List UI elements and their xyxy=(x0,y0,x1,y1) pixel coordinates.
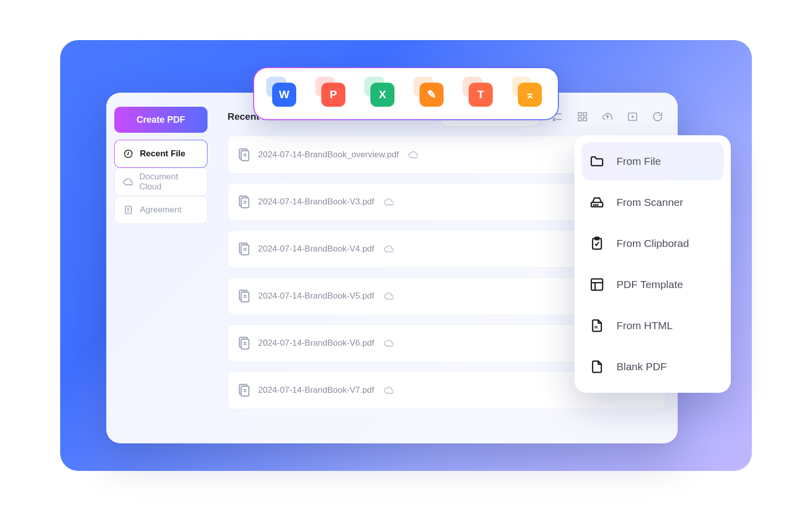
file-name: 2024-07-14-BrandBook-V3.pdf xyxy=(258,197,374,207)
menu-item-label: From File xyxy=(617,155,661,167)
menu-item-label: From Clipborad xyxy=(617,237,689,249)
svg-point-43 xyxy=(593,204,594,205)
create-pdf-menu: From FileFrom ScannerFrom ClipboradPDF T… xyxy=(574,135,731,393)
menu-item-from-file[interactable]: From File xyxy=(581,142,724,180)
sidebar: Create PDF Recent FileDocument CloudAgre… xyxy=(106,93,216,443)
format-tile-p[interactable]: P xyxy=(317,79,347,109)
refresh-button[interactable] xyxy=(650,109,666,125)
cloud-icon xyxy=(383,197,393,207)
format-tile-w[interactable]: W xyxy=(268,79,298,109)
file-icon xyxy=(237,148,251,162)
svg-point-44 xyxy=(595,204,596,205)
svg-rect-14 xyxy=(583,118,586,121)
menu-item-label: From Scanner xyxy=(617,196,683,208)
cloud-icon xyxy=(383,291,393,301)
cloud-icon xyxy=(123,176,133,187)
file-name: 2024-07-14-BrandBook-V7.pdf xyxy=(258,385,374,395)
file-name: 2024-07-14-BrandBook-V4.pdf xyxy=(258,244,374,254)
menu-item-from-clipborad[interactable]: From Clipborad xyxy=(581,224,724,263)
cloud-icon xyxy=(408,150,418,160)
menu-item-blank-pdf[interactable]: Blank PDF xyxy=(581,348,724,386)
create-pdf-button[interactable]: Create PDF xyxy=(114,107,208,133)
format-tile-t[interactable]: T xyxy=(465,79,495,109)
format-tile-⌅[interactable]: ⌅ xyxy=(514,79,544,109)
svg-rect-8 xyxy=(553,119,555,121)
file-icon xyxy=(237,242,251,256)
menu-item-label: Blank PDF xyxy=(617,361,667,373)
svg-point-45 xyxy=(597,204,598,205)
file-name: 2024-07-14-BrandBook_overview.pdf xyxy=(258,150,399,160)
cloud-icon xyxy=(383,244,393,254)
scanner-icon xyxy=(588,194,605,211)
menu-item-pdf-template[interactable]: PDF Template xyxy=(581,266,724,304)
file-icon xyxy=(237,289,251,303)
svg-rect-13 xyxy=(578,118,581,121)
svg-rect-48 xyxy=(591,279,603,291)
cloud-icon xyxy=(383,385,393,395)
upload-button[interactable] xyxy=(599,109,616,125)
html-icon: H xyxy=(588,317,605,334)
file-icon xyxy=(237,195,251,209)
format-tile-x[interactable]: X xyxy=(366,79,396,109)
menu-item-label: PDF Template xyxy=(617,279,683,291)
menu-item-from-scanner[interactable]: From Scanner xyxy=(581,183,724,221)
sidebar-item-label: Document Cloud xyxy=(139,172,199,192)
clock-icon xyxy=(123,148,134,159)
new-folder-button[interactable] xyxy=(625,109,641,125)
sidebar-item-agreement[interactable]: Agreement xyxy=(114,196,208,224)
grid-view-button[interactable] xyxy=(574,109,590,125)
template-icon xyxy=(588,276,605,293)
blank-icon xyxy=(588,358,605,375)
file-name: 2024-07-14-BrandBook-V6.pdf xyxy=(258,338,374,348)
sidebar-item-label: Agreement xyxy=(140,205,181,215)
menu-item-label: From HTML xyxy=(617,320,673,332)
file-name: 2024-07-14-BrandBook-V5.pdf xyxy=(258,291,374,301)
doc-icon xyxy=(123,204,134,215)
format-bar: WPX✎T⌅ xyxy=(253,67,559,120)
sidebar-item-document-cloud[interactable]: Document Cloud xyxy=(114,168,208,196)
format-tile-✎[interactable]: ✎ xyxy=(416,79,446,109)
clipboard-icon xyxy=(588,235,605,252)
folder-icon xyxy=(588,153,605,170)
menu-item-from-html[interactable]: HFrom HTML xyxy=(581,307,724,345)
file-icon xyxy=(237,383,251,397)
svg-rect-11 xyxy=(578,113,581,116)
sidebar-item-recent-file[interactable]: Recent File xyxy=(114,140,208,168)
sidebar-item-label: Recent File xyxy=(140,149,185,159)
svg-rect-12 xyxy=(583,113,586,116)
cloud-icon xyxy=(383,338,393,348)
file-icon xyxy=(237,336,251,350)
svg-text:H: H xyxy=(594,325,597,330)
